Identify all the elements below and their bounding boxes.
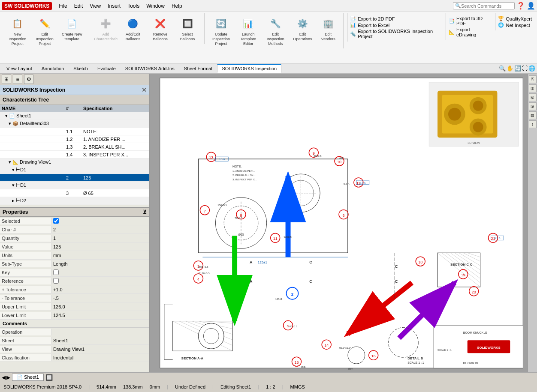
tree-row-d1b[interactable]: ▾ ⊢D1 [0, 182, 149, 189]
prop-char-label: Char # [0, 226, 51, 233]
tree-row-1-2[interactable]: 1.2 1. ANODIZE PER ... [0, 135, 149, 143]
d2-label: ▸ ⊢D2 [2, 198, 66, 203]
props-expand-icon[interactable]: ⊻ [143, 209, 147, 215]
tab-evaluate[interactable]: Evaluate [93, 64, 121, 73]
export-solidworks-button[interactable]: 🔩 Export to SOLIDWORKS Inspection Projec… [350, 29, 440, 39]
menu-window[interactable]: Window [143, 2, 168, 10]
row13-num: 1.3 [66, 144, 83, 150]
menu-view[interactable]: View [86, 2, 104, 10]
new-inspection-button[interactable]: 📋 New Inspection Project [4, 14, 31, 48]
svg-point-25 [203, 328, 219, 344]
menu-help[interactable]: Help [168, 2, 186, 10]
tree-col-num: # [66, 106, 83, 111]
tree-row-1-4[interactable]: 1.4 3. INSPECT PER X... [0, 151, 149, 159]
remove-balloons-button[interactable]: ❌ Remove Balloons [147, 14, 174, 43]
key-checkbox[interactable] [53, 269, 59, 275]
prop-key-row: Key [0, 268, 149, 277]
menu-insert[interactable]: Insert [104, 2, 124, 10]
status-bar: SOLIDWORKS Premium 2018 SP4.0 | 514.4mm … [0, 382, 537, 391]
svg-text:C: C [309, 279, 312, 284]
search-input[interactable] [461, 3, 513, 9]
menu-tools[interactable]: Tools [124, 2, 143, 10]
tree-row-drawingview1[interactable]: ▾ 📐 Drawing View1 [0, 159, 149, 166]
pan-icon[interactable]: ✋ [507, 65, 513, 72]
selected-checkbox[interactable] [53, 218, 59, 224]
tab-annotation[interactable]: Annotation [37, 64, 69, 73]
update-inspection-button[interactable]: 🔄 Update Inspection Project [208, 14, 234, 48]
export-2d-pdf-button[interactable]: 📑 Export to 2D PDF [350, 16, 440, 21]
add-characteristic-button[interactable]: ➕ Add Characteristic [93, 14, 119, 43]
export-excel-button[interactable]: 📊 Export to Excel [350, 22, 440, 28]
tree-row-3[interactable]: 3 Ø 65 [0, 189, 149, 197]
svg-text:Ø65: Ø65 [238, 233, 244, 236]
mini-btn-6[interactable]: ↕ [529, 120, 537, 128]
export-3d-pdf-button[interactable]: 📑 Export to 3D PDF [449, 16, 489, 26]
create-template-button[interactable]: 📄 Create New template [59, 14, 85, 48]
tab-sketch[interactable]: Sketch [69, 64, 93, 73]
panel-btn-1[interactable]: ⊞ [2, 75, 11, 84]
mini-btn-3[interactable]: ◱ [529, 93, 537, 101]
launch-template-button[interactable]: 📊 Launch Template Editor [235, 14, 261, 48]
tree-row-d1a[interactable]: ▾ ⊢D1 [0, 166, 149, 174]
mini-btn-5[interactable]: ▤ [529, 111, 537, 119]
prev-sheet-btn[interactable]: ◀ [2, 374, 6, 380]
next-sheet-btn[interactable]: ▶ [6, 374, 10, 380]
tree-row-1-1[interactable]: 1.1 NOTE: [0, 128, 149, 135]
net-inspect-button[interactable]: 🌐 Net-Inspect [498, 22, 532, 28]
row3-num: 3 [66, 191, 83, 196]
quality-xpert-button[interactable]: 🏆 QualityXpert [498, 16, 532, 21]
select-balloons-label: Select Balloons [176, 32, 199, 42]
edit-vendors-button[interactable]: 🏢 Edit Vendors [317, 14, 340, 48]
mini-btn-1[interactable]: ⇱ [529, 75, 537, 83]
svg-point-13 [473, 122, 483, 132]
edit-inspection-methods-button[interactable]: 🔧 Edit Inspection Methods [262, 14, 289, 48]
edit-vendors-label: Edit Vendors [318, 32, 338, 42]
export-3d-icon: 📑 [449, 18, 455, 24]
zoom-icon[interactable]: 🔍 [499, 65, 506, 72]
tab-solidworks-inspection[interactable]: SOLIDWORKS Inspection [217, 64, 281, 73]
logo-text: SW SOLIDWORKS [4, 3, 49, 9]
detail303-label: ▾ 📦 DetailItem303 [2, 121, 66, 126]
tab-addins[interactable]: SOLIDWORKS Add-Ins [121, 64, 179, 73]
tree-row-1-3[interactable]: 1.3 2. BREAK ALL SH... [0, 143, 149, 151]
reference-checkbox[interactable] [53, 278, 59, 284]
help-icon[interactable]: ❓ [516, 2, 525, 10]
export-edrawing-button[interactable]: 📐 Export eDrawing [449, 27, 489, 37]
row3-spec: Ø 65 [83, 191, 148, 196]
mini-btn-4[interactable]: ◲ [529, 102, 537, 110]
edit-operations-button[interactable]: ⚙️ Edit Operations [290, 14, 316, 48]
tab-sheet-format[interactable]: Sheet Format [179, 64, 217, 73]
prop-upper-limit-value: 126.0 [51, 303, 149, 310]
mini-btn-2[interactable]: ◫ [529, 84, 537, 92]
prop-subtype-value: Length [51, 260, 149, 267]
svg-text:3. INSPECT PER X...: 3. INSPECT PER X... [232, 178, 257, 181]
panel-close-btn[interactable]: ✕ [142, 87, 147, 93]
sheet-tab-bar: ◀ ▶ 📄 Sheet1 🔲 [0, 372, 537, 382]
panel-toolbar: ⊞ ≡ ⚙ [0, 74, 149, 85]
fit-icon[interactable]: ⛶ [522, 65, 528, 72]
tree-row-2[interactable]: 2 125 [0, 174, 149, 182]
tree-row-d2[interactable]: ▸ ⊢D2 [0, 197, 149, 205]
search-box[interactable]: 🔍 [453, 2, 515, 9]
add-edit-balloons-button[interactable]: 🔵 Add/Edit Balloons [120, 14, 146, 43]
tab-view-layout[interactable]: View Layout [2, 64, 37, 73]
svg-text:4.0°: 4.0° [339, 157, 344, 159]
user-icon[interactable]: 👤 [527, 2, 535, 10]
sheet1-tab[interactable]: 📄 Sheet1 [12, 374, 44, 381]
tree-row-detail303[interactable]: ▾ 📦 DetailItem303 [0, 120, 149, 128]
prop-lower-limit-row: Lower Limit 124.5 [0, 311, 149, 320]
menu-file[interactable]: File [55, 2, 70, 10]
edit-inspection-button[interactable]: ✏️ Edit Inspection Project [32, 14, 58, 48]
status-units: MMGS [290, 384, 305, 389]
prop-operation-row: Operation [0, 328, 149, 336]
panel-btn-3[interactable]: ⚙ [24, 75, 33, 84]
rotate-icon[interactable]: 🔄 [514, 65, 521, 72]
add-sheet-icon[interactable]: 🔲 [45, 374, 53, 381]
panel-btn-2[interactable]: ≡ [13, 75, 22, 84]
add-sheet-btn[interactable]: 🔲 [45, 374, 53, 381]
tree-row-sheet1[interactable]: ▾ 📄 Sheet1 [0, 112, 149, 120]
svg-text:7: 7 [204, 209, 206, 213]
select-balloons-button[interactable]: 🔲 Select Balloons [174, 14, 201, 43]
svg-text:70±0.5: 70±0.5 [235, 217, 243, 219]
menu-edit[interactable]: Edit [71, 2, 87, 10]
